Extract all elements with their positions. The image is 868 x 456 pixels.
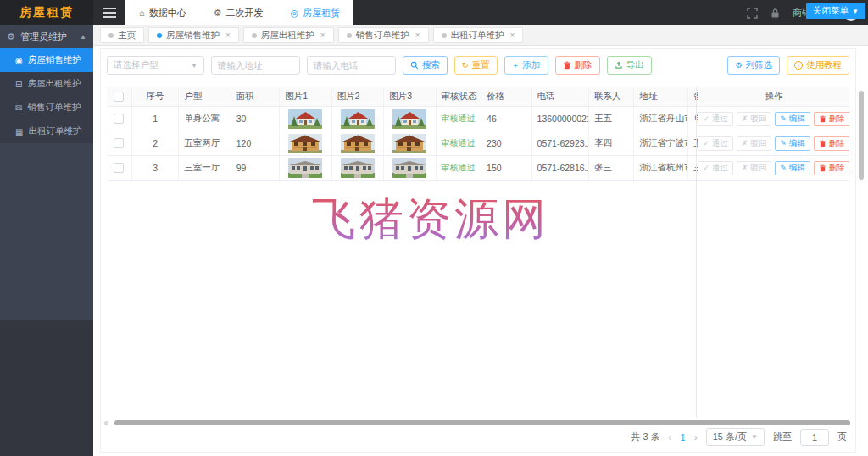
row-delete-button[interactable]: 删除 [814, 161, 849, 175]
sidebar-item-house-sale[interactable]: ◉ 房屋销售维护 [0, 48, 93, 72]
row-delete-button[interactable]: 删除 [814, 112, 849, 126]
box-icon: ▦ [15, 127, 23, 136]
cross-icon: ✗ [742, 164, 748, 172]
hamburger-menu-icon[interactable] [93, 0, 125, 25]
fixed-column-divider [696, 87, 697, 418]
check-icon: ✓ [703, 139, 709, 147]
col-header-address: 地址 [634, 87, 687, 106]
close-menu-button[interactable]: 关闭菜单 ▼ [806, 3, 865, 19]
address-input[interactable] [211, 56, 300, 75]
col-header-img2: 图片2 [332, 87, 384, 106]
close-icon[interactable]: × [510, 31, 515, 40]
next-page-button[interactable]: › [694, 431, 698, 443]
refresh-icon: ↻ [462, 61, 469, 70]
trash-icon [819, 115, 826, 123]
col-header-ops: 操作 [698, 87, 849, 106]
edit-button[interactable]: ✎编辑 [775, 112, 810, 126]
house-photo[interactable] [288, 109, 322, 129]
status-badge: 审核通过 [442, 113, 476, 125]
close-icon[interactable]: × [415, 31, 420, 40]
table-row: 3 三室一厅 99 审核通过 150 0571-62816... 张三 浙江省杭… [107, 156, 849, 181]
tab-home[interactable]: 主页 [100, 27, 144, 43]
status-badge: 审核通过 [442, 137, 476, 149]
pass-button[interactable]: ✓通过 [698, 136, 733, 151]
table-header-row: 序号 户型 面积 图片1 图片2 图片3 审核状态 价格 电话 联系人 地址 备… [107, 87, 849, 107]
drive-icon: ⊟ [15, 80, 22, 89]
close-icon[interactable]: × [320, 31, 326, 40]
search-button[interactable]: 搜索 [403, 56, 448, 75]
mail-icon: ✉ [15, 103, 22, 113]
filter-toolbar: 请选择户型 ▼ 搜索 ↻ 重置 ＋ 添加 删除 导出 ⚙ 列筛选 [107, 55, 849, 75]
house-photo[interactable] [341, 109, 375, 129]
sidebar-section-admin[interactable]: ⚙ 管理员维护 ▲ [0, 25, 93, 48]
house-photo[interactable] [392, 109, 426, 129]
trash-icon [819, 164, 826, 172]
page-unit-label: 页 [837, 431, 847, 443]
sidebar-item-sale-order[interactable]: ✉ 销售订单维护 [0, 96, 93, 120]
tab-rent-order[interactable]: 出租订单维护 × [433, 27, 524, 43]
lock-icon[interactable] [770, 8, 781, 19]
house-photo[interactable] [288, 158, 322, 178]
nav-item-dev[interactable]: ⚙ 二次开发 [200, 0, 277, 25]
gear-icon: ⚙ [7, 31, 15, 42]
vertical-scrollbar[interactable] [859, 91, 864, 180]
target-icon: ◎ [291, 8, 299, 19]
gear-icon: ⚙ [735, 61, 742, 70]
house-photo[interactable] [341, 158, 375, 178]
add-button[interactable]: ＋ 添加 [504, 56, 548, 75]
select-all-checkbox[interactable] [114, 92, 124, 102]
house-type-select[interactable]: 请选择户型 ▼ [107, 56, 204, 75]
jump-page-input[interactable] [800, 429, 829, 446]
table-body: 1 单身公寓 30 审核通过 46 13600000021 王五 浙江省舟山市.… [107, 107, 849, 181]
house-photo[interactable] [392, 134, 426, 153]
row-checkbox[interactable] [114, 163, 124, 173]
pass-button[interactable]: ✓通过 [698, 161, 733, 175]
column-filter-button[interactable]: ⚙ 列筛选 [727, 56, 780, 75]
page-size-select[interactable]: 15 条/页 ▼ [706, 428, 765, 446]
export-button[interactable]: 导出 [607, 56, 652, 75]
close-icon[interactable]: × [225, 31, 231, 40]
phone-input[interactable] [307, 56, 396, 75]
house-photo[interactable] [341, 134, 375, 153]
nav-item-house-rental[interactable]: ◎ 房屋租赁 [277, 0, 354, 25]
pass-button[interactable]: ✓通过 [698, 112, 733, 126]
horizontal-scrollbar[interactable] [114, 420, 850, 425]
top-menu: ⌂ 数据中心 ⚙ 二次开发 ◎ 房屋租赁 [125, 0, 353, 25]
prev-page-button[interactable]: ‹ [669, 431, 672, 443]
col-header-price: 价格 [481, 87, 531, 106]
nav-item-data-center[interactable]: ⌂ 数据中心 [125, 0, 200, 25]
sidebar-item-house-rent[interactable]: ⊟ 房屋出租维护 [0, 72, 93, 96]
fullscreen-icon[interactable] [747, 8, 758, 19]
current-page[interactable]: 1 [681, 432, 686, 442]
tab-dot-icon [347, 33, 352, 38]
delete-button[interactable]: 删除 [555, 56, 600, 75]
row-checkbox[interactable] [114, 114, 124, 124]
check-icon: ✓ [703, 164, 709, 172]
table-row: 1 单身公寓 30 审核通过 46 13600000021 王五 浙江省舟山市.… [107, 107, 849, 131]
data-table: 序号 户型 面积 图片1 图片2 图片3 审核状态 价格 电话 联系人 地址 备… [107, 87, 849, 181]
edit-button[interactable]: ✎编辑 [775, 136, 810, 151]
col-header-phone: 电话 [532, 87, 589, 106]
tab-house-rent[interactable]: 房屋出租维护 × [243, 27, 334, 43]
cross-icon: ✗ [742, 114, 748, 123]
row-delete-button[interactable]: 删除 [814, 136, 849, 151]
sidebar-item-rent-order[interactable]: ▦ 出租订单维护 [0, 120, 93, 143]
tutorial-button[interactable]: i 使用教程 [787, 56, 849, 75]
col-header-contact: 联系人 [589, 87, 635, 106]
reject-button[interactable]: ✗驳回 [737, 112, 772, 126]
edit-button[interactable]: ✎编辑 [775, 161, 810, 175]
row-checkbox[interactable] [114, 138, 124, 148]
chevron-up-icon: ▲ [80, 33, 86, 41]
tab-house-sale[interactable]: 房屋销售维护 × [148, 27, 239, 43]
record-icon: ◉ [15, 56, 23, 65]
reject-button[interactable]: ✗驳回 [737, 161, 772, 175]
tab-sale-order[interactable]: 销售订单维护 × [338, 27, 429, 43]
gear-icon: ⚙ [214, 8, 222, 19]
reject-button[interactable]: ✗驳回 [737, 136, 772, 151]
reset-button[interactable]: ↻ 重置 [454, 56, 498, 75]
pagination: 共 3 条 ‹ 1 › 15 条/页 ▼ 跳至 页 [631, 428, 847, 446]
tab-dot-icon [108, 33, 114, 38]
col-header-status: 审核状态 [437, 87, 482, 106]
house-photo[interactable] [392, 158, 426, 178]
house-photo[interactable] [288, 134, 322, 153]
